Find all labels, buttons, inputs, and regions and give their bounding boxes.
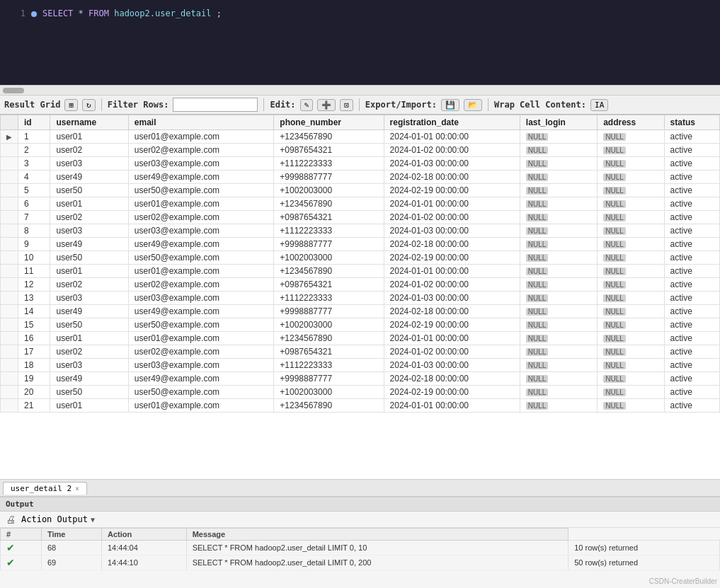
horizontal-scrollbar[interactable] [0, 85, 720, 95]
wrap-button[interactable]: IA [590, 99, 608, 111]
table-row[interactable]: 2user02user02@example.com+09876543212024… [1, 144, 720, 157]
action-status: ✔ [1, 541, 42, 555]
table-row[interactable]: 9user49user49@example.com+99988877772024… [1, 238, 720, 251]
cell-reg-date: 2024-01-02 00:00:00 [384, 211, 520, 224]
cell-address: NULL [598, 197, 664, 211]
cell-phone: +0987654321 [274, 278, 384, 292]
row-marker-cell [1, 345, 18, 359]
cell-address: NULL [598, 386, 664, 399]
scrollbar-thumb[interactable] [3, 88, 24, 93]
table-row[interactable]: 3user03user03@example.com+11122233332024… [1, 157, 720, 171]
table-row[interactable]: 19user49user49@example.com+9998887777202… [1, 372, 720, 386]
row-marker-cell [1, 278, 18, 292]
cell-last-login: NULL [520, 224, 597, 238]
result-table-container[interactable]: id username email phone_number registrat… [0, 115, 720, 479]
refresh-button[interactable]: ↻ [82, 99, 96, 111]
cell-username: user02 [50, 144, 128, 157]
table-row[interactable]: 5user50user50@example.com+10020030002024… [1, 184, 720, 197]
keyword-select: SELECT [42, 8, 73, 18]
edit-button-1[interactable]: ✎ [300, 99, 314, 111]
table-row[interactable]: 10user50user50@example.com+1002003000202… [1, 251, 720, 265]
cell-reg-date: 2024-02-18 00:00:00 [384, 238, 520, 251]
table-row[interactable]: 8user03user03@example.com+11122233332024… [1, 224, 720, 238]
action-sql: SELECT * FROM hadoop2.user_detail LIMIT … [186, 541, 568, 555]
cell-status: active [664, 197, 719, 211]
cell-email: user03@example.com [128, 292, 274, 305]
table-row[interactable]: 17user02user02@example.com+0987654321202… [1, 345, 720, 359]
cell-id: 7 [18, 211, 50, 224]
cell-id: 21 [18, 399, 50, 413]
col-header-address[interactable]: address [598, 115, 664, 130]
cell-id: 4 [18, 171, 50, 184]
col-header-email[interactable]: email [128, 115, 274, 130]
table-row[interactable]: 15user50user50@example.com+1002003000202… [1, 318, 720, 332]
cell-username: user49 [50, 171, 128, 184]
table-row[interactable]: 1user01user01@example.com+12345678902024… [1, 130, 720, 144]
table-row[interactable]: 21user01user01@example.com+1234567890202… [1, 399, 720, 413]
row-marker-cell [1, 144, 18, 157]
col-header-username[interactable]: username [50, 115, 128, 130]
cell-status: active [664, 130, 719, 144]
cell-address: NULL [598, 238, 664, 251]
cell-username: user03 [50, 359, 128, 372]
cell-id: 11 [18, 265, 50, 278]
table-row[interactable]: 12user02user02@example.com+0987654321202… [1, 278, 720, 292]
cell-email: user49@example.com [128, 171, 274, 184]
cell-id: 18 [18, 359, 50, 372]
table-row[interactable]: 7user02user02@example.com+09876543212024… [1, 211, 720, 224]
import-button[interactable]: 📂 [464, 99, 482, 111]
row-marker-cell [1, 292, 18, 305]
table-row[interactable]: 16user01user01@example.com+1234567890202… [1, 332, 720, 345]
row-marker-cell [1, 211, 18, 224]
tab-close-button[interactable]: × [75, 485, 79, 492]
line-number: 1 [6, 7, 25, 21]
cell-email: user02@example.com [128, 278, 274, 292]
cell-reg-date: 2024-02-18 00:00:00 [384, 372, 520, 386]
dropdown-arrow-icon[interactable]: ▼ [91, 516, 95, 524]
tab-bar: user_detail 2 × [0, 479, 720, 496]
col-action-num: # [1, 529, 42, 541]
grid-view-button[interactable]: ⊞ [64, 99, 78, 111]
table-row[interactable]: 14user49user49@example.com+9998887777202… [1, 305, 720, 318]
cell-address: NULL [598, 224, 664, 238]
export-button[interactable]: 💾 [441, 99, 459, 111]
cell-last-login: NULL [520, 184, 597, 197]
cell-status: active [664, 265, 719, 278]
action-message: 10 row(s) returned [568, 541, 720, 555]
cell-reg-date: 2024-02-18 00:00:00 [384, 305, 520, 318]
table-row[interactable]: 13user03user03@example.com+1112223333202… [1, 292, 720, 305]
col-header-id[interactable]: id [18, 115, 50, 130]
cell-phone: +1002003000 [274, 318, 384, 332]
col-header-status[interactable]: status [664, 115, 719, 130]
sql-editor[interactable]: 1 SELECT * FROM hadoop2.user_detail ; [0, 0, 720, 85]
export-label: Export/Import: [365, 100, 437, 110]
filter-input[interactable] [173, 98, 258, 112]
cell-last-login: NULL [520, 372, 597, 386]
cell-username: user50 [50, 318, 128, 332]
cell-phone: +9998887777 [274, 238, 384, 251]
cell-email: user01@example.com [128, 130, 274, 144]
table-row[interactable]: 4user49user49@example.com+99988877772024… [1, 171, 720, 184]
cell-username: user49 [50, 372, 128, 386]
table-row[interactable]: 20user50user50@example.com+1002003000202… [1, 386, 720, 399]
col-header-last-login[interactable]: last_login [520, 115, 597, 130]
cell-reg-date: 2024-01-02 00:00:00 [384, 144, 520, 157]
cell-address: NULL [598, 251, 664, 265]
action-num: 69 [42, 555, 102, 570]
output-header-label: Output [0, 497, 720, 512]
col-action-time: Time [42, 529, 102, 541]
cell-status: active [664, 224, 719, 238]
cell-phone: +1112223333 [274, 292, 384, 305]
col-header-reg-date[interactable]: registration_date [384, 115, 520, 130]
table-row[interactable]: 11user01user01@example.com+1234567890202… [1, 265, 720, 278]
table-row[interactable]: 6user01user01@example.com+12345678902024… [1, 197, 720, 211]
action-row: ✔6814:44:04SELECT * FROM hadoop2.user_de… [1, 541, 720, 555]
cell-email: user49@example.com [128, 238, 274, 251]
tab-user-detail-2[interactable]: user_detail 2 × [3, 482, 87, 495]
table-row[interactable]: 18user03user03@example.com+1112223333202… [1, 359, 720, 372]
col-header-phone[interactable]: phone_number [274, 115, 384, 130]
edit-button-3[interactable]: ⊡ [340, 99, 353, 111]
action-output-selector[interactable]: Action Output ▼ [21, 514, 95, 524]
edit-button-2[interactable]: ➕ [317, 99, 336, 111]
cell-last-login: NULL [520, 318, 597, 332]
